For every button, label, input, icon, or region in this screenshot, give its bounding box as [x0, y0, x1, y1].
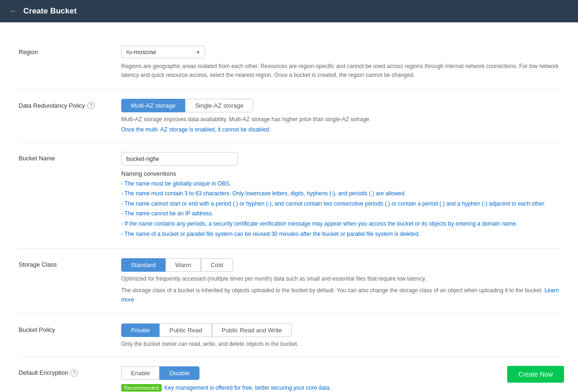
header: ← Create Bucket [0, 0, 578, 22]
multi-az-button[interactable]: Multi-AZ storage [121, 99, 185, 112]
public-read-button[interactable]: Public Read [159, 323, 212, 337]
create-now-button[interactable]: Create Now [507, 366, 564, 383]
data-redundancy-toggle-group: Multi-AZ storage Single-AZ storage [121, 99, 559, 112]
single-az-button[interactable]: Single-AZ storage [185, 99, 253, 112]
storage-class-section: Storage Class Standard Warm Cold Optimiz… [19, 249, 559, 314]
standard-button[interactable]: Standard [121, 258, 165, 272]
bucket-name-label: Bucket Name [19, 152, 112, 162]
bucket-policy-section: Bucket Policy Private Public Read Public… [19, 314, 559, 357]
bucket-policy-content: Private Public Read Public Read and Writ… [121, 323, 559, 347]
back-button[interactable]: ← [9, 7, 18, 16]
naming-rule-4: - The name cannot be an IP address. [121, 209, 559, 219]
data-redundancy-section: Data Redundancy Policy ? Multi-AZ storag… [19, 89, 559, 142]
default-encryption-section: Default Encryption ? Enable Disable Reco… [19, 357, 559, 392]
region-section: Region ru-moscow eu-west-1 us-east-1 Reg… [19, 36, 559, 89]
data-redundancy-help-icon[interactable]: ? [87, 102, 95, 109]
region-select[interactable]: ru-moscow eu-west-1 us-east-1 [121, 46, 205, 58]
bucket-policy-description: Only the bucket owner can read, write, a… [121, 341, 559, 347]
data-redundancy-label: Data Redundancy Policy ? [19, 99, 112, 109]
naming-rules: - The name must be globally unique in OB… [121, 179, 559, 240]
bucket-name-input[interactable] [121, 152, 238, 165]
storage-class-info: The storage class of a bucket is inherit… [121, 286, 559, 304]
cold-button[interactable]: Cold [201, 258, 233, 272]
naming-rule-2: - The name must contain 3 to 63 characte… [121, 189, 559, 199]
region-content: ru-moscow eu-west-1 us-east-1 Regions ar… [121, 46, 559, 80]
default-encryption-label: Default Encryption ? [19, 366, 112, 377]
encryption-note-text: Key management is offered for free, bett… [165, 384, 331, 392]
bucket-name-content: Naming conventions - The name must be gl… [121, 152, 559, 240]
public-read-write-button[interactable]: Public Read and Write [212, 323, 292, 337]
redundancy-note1: Multi-AZ storage improves data availabil… [121, 115, 559, 124]
region-label: Region [19, 46, 112, 55]
encryption-note: Recommended Key management is offered fo… [121, 384, 559, 392]
storage-class-description: Optimized for frequently accessed (multi… [121, 275, 559, 283]
encryption-help-icon[interactable]: ? [70, 369, 78, 377]
encryption-toggle-group: Enable Disable [121, 366, 559, 380]
naming-rule-3: - The name cannot start or end with a pe… [121, 199, 559, 209]
bucket-name-section: Bucket Name Naming conventions - The nam… [19, 143, 559, 249]
storage-class-label: Storage Class [19, 258, 112, 268]
default-encryption-content: Enable Disable Recommended Key managemen… [121, 366, 559, 392]
enable-encryption-button[interactable]: Enable [121, 366, 159, 380]
redundancy-note2: Once the multi- AZ storage is enabled, i… [121, 126, 559, 133]
warm-button[interactable]: Warm [165, 258, 201, 272]
bucket-policy-toggle-group: Private Public Read Public Read and Writ… [121, 323, 559, 337]
disable-encryption-button[interactable]: Disable [159, 366, 199, 380]
private-button[interactable]: Private [121, 323, 159, 337]
naming-title: Naming conventions [121, 170, 559, 177]
recommended-badge: Recommended [121, 384, 162, 392]
main-content: Region ru-moscow eu-west-1 us-east-1 Reg… [0, 22, 578, 392]
bucket-policy-label: Bucket Policy [19, 323, 112, 333]
region-select-wrapper: ru-moscow eu-west-1 us-east-1 [121, 46, 205, 58]
data-redundancy-content: Multi-AZ storage Single-AZ storage Multi… [121, 99, 559, 132]
naming-rule-6: - The name of a bucket or parallel file … [121, 229, 559, 240]
storage-class-content: Standard Warm Cold Optimized for frequen… [121, 258, 559, 304]
naming-rule-5: - If the name contains any periods, a se… [121, 219, 559, 229]
region-help-text: Regions are geographic areas isolated fr… [121, 62, 559, 80]
naming-rule-1: - The name must be globally unique in OB… [121, 179, 559, 189]
storage-class-toggle-group: Standard Warm Cold [121, 258, 559, 272]
page-title: Create Bucket [23, 7, 76, 16]
